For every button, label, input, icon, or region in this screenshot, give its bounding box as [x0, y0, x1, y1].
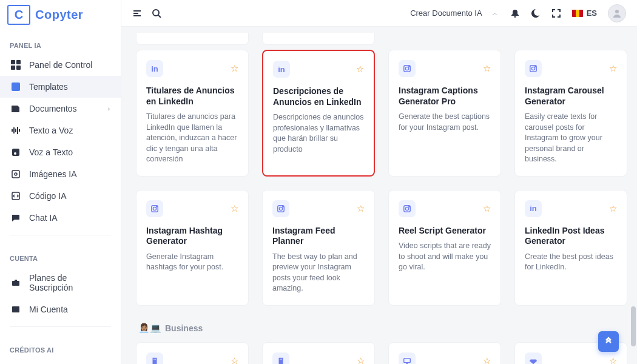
sidebar-section-credits: CRÉDITOS AI — [0, 333, 121, 359]
user-card-icon — [11, 305, 21, 314]
linkedin-icon: in — [273, 61, 290, 78]
main-content: in☆ Titulares de Anuncios en LinkedIn Ti… — [121, 27, 637, 364]
sidebar-item-stt[interactable]: Voz a Texto — [0, 141, 121, 163]
template-card-ig-hashtag[interactable]: ☆ Instagram Hashtag Generator Generate I… — [136, 190, 249, 306]
documents-icon — [11, 104, 21, 113]
svg-point-30 — [153, 207, 156, 210]
star-icon[interactable]: ☆ — [609, 63, 617, 74]
moon-icon[interactable] — [531, 8, 541, 18]
card-desc: Titulares de anuncios para LinkedIn que … — [146, 112, 238, 165]
music-note-icon — [11, 147, 21, 157]
svg-point-24 — [405, 67, 408, 70]
flag-es-icon — [572, 10, 583, 17]
star-icon[interactable]: ☆ — [483, 356, 491, 365]
svg-rect-39 — [153, 359, 154, 359]
template-card-ig-feed-planner[interactable]: ☆ Instagram Feed Planner The best way to… — [262, 190, 375, 306]
topbar: Crear Documento IA ︿ ES — [121, 0, 637, 27]
template-card-company-vision[interactable]: ☆ Company Vision Generator — [262, 342, 375, 365]
scrollbar-thumb[interactable] — [631, 306, 636, 346]
sidebar-item-label: Panel de Control — [29, 60, 92, 70]
star-icon[interactable]: ☆ — [357, 356, 365, 365]
sidebar-item-plans[interactable]: Planes de Suscripción — [0, 267, 121, 298]
svg-rect-0 — [11, 60, 15, 64]
dashboard-icon — [11, 60, 21, 70]
template-card-linkedin-descriptions[interactable]: in☆ Descripciones de Anuncios en LinkedI… — [262, 50, 375, 177]
sidebar-section-panel: PANEL IA — [0, 29, 121, 54]
chevron-right-icon: › — [108, 106, 110, 112]
star-icon[interactable]: ☆ — [483, 203, 491, 214]
card-desc: Generate Instagram hashtags for your pos… — [146, 252, 238, 273]
star-icon[interactable]: ☆ — [231, 63, 238, 74]
star-icon[interactable]: ☆ — [357, 203, 365, 214]
divider — [10, 326, 111, 327]
chat-icon — [11, 213, 21, 223]
audio-wave-icon — [11, 126, 21, 135]
sidebar-item-label: Mi Cuenta — [29, 305, 68, 314]
sidebar-item-images[interactable]: Imágenes IA — [0, 163, 121, 185]
svg-rect-44 — [404, 358, 411, 362]
instagram-icon — [399, 200, 416, 217]
sidebar-item-label: Documentos — [29, 104, 77, 113]
search-icon[interactable] — [152, 8, 161, 18]
sidebar-item-chat[interactable]: Chat IA — [0, 207, 121, 229]
bell-icon[interactable] — [510, 8, 520, 18]
card-title: Instagram Feed Planner — [272, 226, 365, 247]
chevron-up-icon: ︿ — [492, 9, 498, 18]
svg-point-27 — [531, 67, 534, 70]
sidebar-item-label: Templates — [29, 82, 68, 92]
card-desc: Descripciones de anuncios profesionales … — [273, 112, 364, 155]
card-desc: Video scripts that are ready to shoot an… — [399, 241, 491, 273]
card-title: Instagram Hashtag Generator — [146, 226, 238, 247]
card-title: Instagram Captions Generator Pro — [399, 86, 491, 107]
sidebar-item-code[interactable]: Código IA — [0, 185, 121, 207]
sidebar-item-templates[interactable]: Templates — [0, 76, 121, 98]
sidebar-item-label: Imágenes IA — [29, 169, 77, 179]
star-icon[interactable]: ☆ — [356, 64, 364, 75]
template-card-reel-script[interactable]: ☆ Reel Script Generator Video scripts th… — [388, 190, 501, 306]
sidebar-item-label: Voz a Texto — [29, 147, 73, 157]
sidebar-section-account: CUENTA — [0, 241, 121, 267]
template-card-company-mission[interactable]: ☆ Company Mission Generator — [136, 342, 249, 365]
star-icon[interactable]: ☆ — [609, 356, 617, 365]
sidebar-item-tts[interactable]: Texto a Voz — [0, 120, 121, 141]
fullscreen-icon[interactable] — [551, 8, 561, 18]
svg-rect-3 — [16, 66, 21, 70]
star-icon[interactable]: ☆ — [483, 63, 491, 74]
sidebar-item-account[interactable]: Mi Cuenta — [0, 298, 121, 320]
card-title: Descripciones de Anuncios en LinkedIn — [273, 86, 364, 107]
template-card-linkedin-headlines[interactable]: in☆ Titulares de Anuncios en LinkedIn Ti… — [136, 50, 249, 177]
template-card-linkedin-post-ideas[interactable]: in☆ LinkedIn Post Ideas Generator Create… — [514, 190, 627, 306]
sidebar-item-dashboard[interactable]: Panel de Control — [0, 54, 121, 76]
star-icon[interactable]: ☆ — [231, 356, 238, 365]
logo[interactable]: C Copyter — [0, 0, 121, 29]
svg-rect-12 — [12, 170, 19, 178]
template-row: ☆ Instagram Hashtag Generator Generate I… — [136, 190, 627, 306]
svg-point-25 — [409, 66, 410, 67]
star-icon[interactable]: ☆ — [609, 203, 617, 214]
card-desc: Generate the best captions for your Inst… — [399, 112, 491, 133]
scroll-to-top-button[interactable] — [598, 331, 619, 352]
svg-point-11 — [14, 152, 16, 155]
menu-toggle-icon[interactable] — [132, 8, 142, 18]
template-card-business-plan[interactable]: ☆ Business Plan Generator — [388, 342, 501, 365]
sidebar-item-documents[interactable]: Documentos › — [0, 98, 121, 120]
svg-rect-16 — [12, 306, 19, 312]
templates-icon — [11, 82, 21, 92]
svg-rect-1 — [16, 60, 21, 64]
category-header-business: 👩🏽‍💼💻 Business — [138, 323, 627, 334]
star-icon[interactable]: ☆ — [231, 203, 238, 214]
sidebar-item-label: Código IA — [29, 191, 66, 201]
template-card-ig-captions[interactable]: ☆ Instagram Captions Generator Pro Gener… — [388, 50, 501, 177]
svg-point-13 — [15, 173, 17, 175]
language-selector[interactable]: ES — [572, 8, 597, 18]
create-document-dropdown[interactable]: Crear Documento IA ︿ — [405, 6, 503, 20]
template-card-ig-carousel[interactable]: ☆ Instagram Carousel Generator Easily cr… — [514, 50, 627, 177]
avatar[interactable] — [608, 4, 626, 22]
svg-point-33 — [279, 207, 282, 210]
svg-rect-4 — [12, 83, 20, 91]
scrollbar[interactable] — [631, 67, 636, 352]
svg-rect-10 — [12, 149, 19, 156]
svg-point-22 — [615, 10, 619, 13]
monitor-icon — [399, 352, 416, 365]
instagram-icon — [272, 200, 289, 217]
